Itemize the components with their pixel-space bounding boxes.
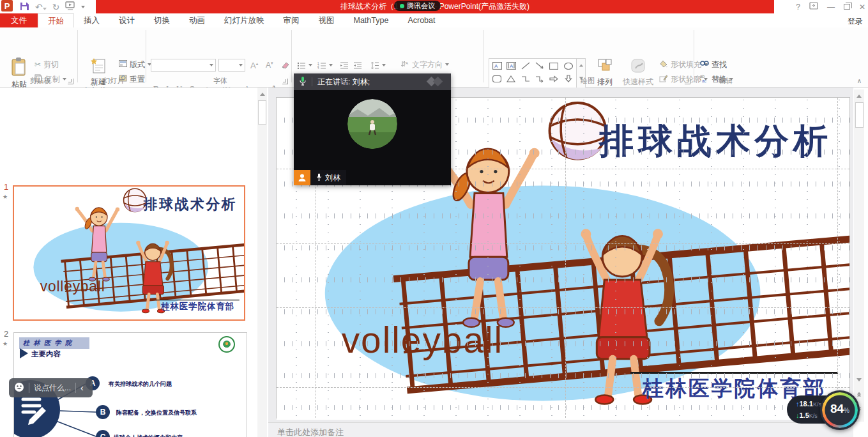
layout-icon xyxy=(119,60,127,69)
chat-divider xyxy=(75,383,76,393)
shape-rectangle-icon[interactable] xyxy=(547,59,561,72)
title-bar: P ↶ ↻ 排球战术分析（1）1 - 副本 - PowerPoint(产品激活失… xyxy=(0,0,868,13)
shape-fill-icon xyxy=(659,60,668,70)
group-label-drawing: 绘图 xyxy=(562,76,613,86)
cut-icon: ✂ xyxy=(34,60,41,69)
collapse-ribbon-icon[interactable]: ∧ xyxy=(857,77,862,84)
slide2-item-b: 阵容配备，交换位置及信号联系 xyxy=(116,409,197,417)
undo-icon[interactable]: ↶ xyxy=(35,3,47,12)
group-label-font: 字体 xyxy=(192,76,249,86)
slide-2-animation-star-icon: ★ xyxy=(3,341,8,347)
login-link[interactable]: 登录 xyxy=(848,16,863,27)
tab-acrobat[interactable]: Acrobat xyxy=(398,13,445,27)
shape-elbow-arrow-icon[interactable] xyxy=(533,72,547,85)
new-slide-icon xyxy=(90,57,107,76)
meeting-header: 正在讲话: 刘林; xyxy=(294,73,451,90)
shape-elbow-connector-icon[interactable] xyxy=(519,72,533,85)
font-size-combobox[interactable] xyxy=(218,59,245,72)
text-direction-icon: A xyxy=(401,60,409,70)
scroll-up-icon[interactable] xyxy=(854,91,864,101)
scrollbar-thumb[interactable] xyxy=(855,102,864,128)
tab-file[interactable]: 文件 xyxy=(0,13,38,27)
notes-placeholder: 单击此处添加备注 xyxy=(277,427,344,437)
thumb-scroll-up-icon[interactable] xyxy=(257,89,267,99)
tab-design[interactable]: 设计 xyxy=(109,13,144,27)
quick-styles-icon xyxy=(630,57,646,76)
shape-line-icon[interactable] xyxy=(519,59,533,72)
group-label-slides: 幻灯片 xyxy=(82,76,146,86)
bullets-button[interactable] xyxy=(297,59,312,72)
collapse-chat-icon[interactable]: ‹ xyxy=(80,383,84,393)
meeting-chat-bar[interactable]: 说点什么... ‹ xyxy=(9,378,93,397)
decrease-font-button[interactable]: A▾ xyxy=(266,59,273,72)
drawing-dialog-launcher-icon[interactable] xyxy=(685,79,690,84)
upload-speed: 18.1 xyxy=(800,400,813,408)
speaking-mic-icon xyxy=(299,76,307,88)
clipboard-dialog-launcher-icon[interactable] xyxy=(68,79,73,84)
quick-styles-button[interactable]: 快速样式 xyxy=(621,57,655,90)
tab-slideshow[interactable]: 幻灯片放映 xyxy=(215,13,274,27)
increase-font-button[interactable]: A▴ xyxy=(250,59,258,72)
tab-home[interactable]: 开始 xyxy=(38,13,74,27)
cut-button[interactable]: ✂剪切 xyxy=(34,58,59,71)
shape-oval-icon[interactable] xyxy=(561,59,575,72)
speaker-avatar xyxy=(347,99,397,149)
powerpoint-logo-icon[interactable]: P xyxy=(1,0,14,14)
font-size-input[interactable] xyxy=(221,61,239,70)
font-name-combobox[interactable] xyxy=(151,59,216,72)
save-icon[interactable] xyxy=(20,1,29,13)
decrease-indent-icon[interactable] xyxy=(340,59,349,72)
svg-text:A: A xyxy=(494,63,498,69)
shape-triangle-icon[interactable] xyxy=(504,72,518,85)
slide-2-number: 2 xyxy=(4,329,8,339)
emoji-icon[interactable] xyxy=(14,382,24,394)
tab-review[interactable]: 审阅 xyxy=(274,13,309,27)
gauge-percent: 84 xyxy=(830,402,844,416)
shape-right-arrow-icon[interactable] xyxy=(547,72,561,85)
redo-icon[interactable]: ↻ xyxy=(52,3,60,12)
line-spacing-button[interactable] xyxy=(370,59,386,72)
notes-pane[interactable]: 单击此处添加备注 xyxy=(268,422,853,437)
thumbnail-scrollbar[interactable] xyxy=(257,88,267,437)
slide-thumbnail-1[interactable] xyxy=(13,185,245,321)
meeting-video-window[interactable]: 正在讲话: 刘林; 刘林 xyxy=(294,73,451,185)
find-button[interactable]: 查找 xyxy=(700,58,727,71)
tab-mathtype[interactable]: MathType xyxy=(344,13,399,27)
tencent-meeting-pill[interactable]: 腾讯会议 xyxy=(394,1,441,11)
gauge-unit: % xyxy=(844,407,849,414)
restore-button[interactable] xyxy=(844,4,850,10)
svg-text:P: P xyxy=(4,1,10,11)
shape-vertical-textbox-icon[interactable]: A xyxy=(504,59,518,72)
tab-insert[interactable]: 插入 xyxy=(74,13,109,27)
font-dialog-launcher-icon[interactable] xyxy=(282,79,288,84)
tab-view[interactable]: 视图 xyxy=(309,13,344,27)
layout-button[interactable]: 版式 xyxy=(119,58,151,71)
shapes-scroll-up-icon[interactable] xyxy=(579,64,582,66)
slide2-item-c: 排球个人战术的概念和内容 xyxy=(114,434,183,437)
chat-input-placeholder[interactable]: 说点什么... xyxy=(34,383,71,394)
ribbon-display-options-icon[interactable] xyxy=(809,2,818,12)
tab-transitions[interactable]: 切换 xyxy=(144,13,179,27)
shape-textbox-icon[interactable]: A xyxy=(490,59,504,72)
text-direction-button[interactable]: A文字方向 xyxy=(401,58,449,71)
close-button[interactable]: ✕ xyxy=(859,3,865,12)
font-name-input[interactable] xyxy=(153,61,209,70)
shape-arrow-icon[interactable] xyxy=(533,59,547,72)
start-slideshow-icon[interactable] xyxy=(65,1,75,12)
increase-indent-icon[interactable] xyxy=(353,59,362,72)
slide-scrollbar[interactable] xyxy=(854,89,864,422)
slide2-item-a: 有关排球战术的几个问题 xyxy=(109,380,172,388)
thumb-scrollbar-thumb[interactable] xyxy=(258,100,266,125)
svg-text:ab: ab xyxy=(700,74,705,79)
scroll-down-icon[interactable] xyxy=(854,375,864,385)
performance-gauge[interactable]: 84% xyxy=(820,390,860,430)
numbering-button[interactable]: 123 xyxy=(317,59,333,72)
help-button[interactable]: ? xyxy=(796,3,800,12)
minimize-button[interactable]: — xyxy=(827,3,835,12)
tab-animations[interactable]: 动画 xyxy=(179,13,215,27)
svg-text:3: 3 xyxy=(317,67,319,69)
header-divider xyxy=(312,77,312,86)
qat-customize-icon[interactable] xyxy=(81,6,85,8)
shape-rounded-rectangle-icon[interactable] xyxy=(490,72,504,85)
clear-formatting-icon[interactable] xyxy=(281,59,289,72)
